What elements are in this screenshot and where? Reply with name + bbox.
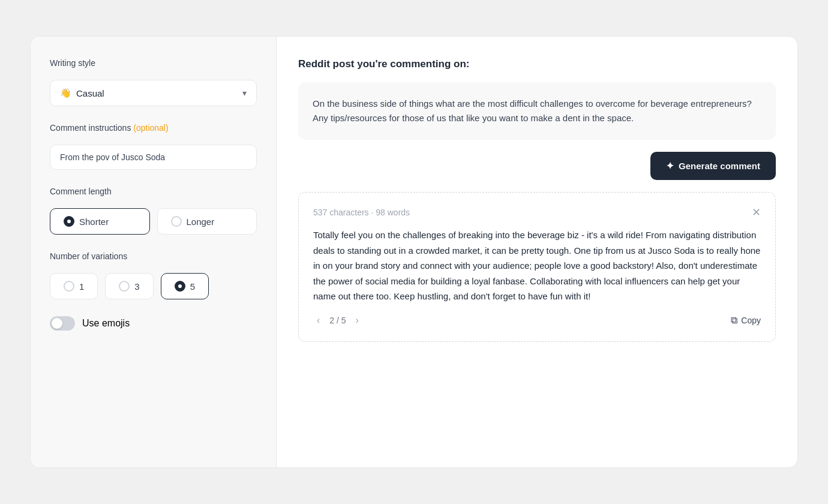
result-meta: 537 characters · 98 words <box>313 208 410 217</box>
generate-comment-button[interactable]: ✦ Generate comment <box>650 152 776 180</box>
emojis-toggle-row: Use emojis <box>50 316 257 331</box>
result-footer: ‹ 2 / 5 › ⧉ Copy <box>313 314 761 327</box>
variation-option-3[interactable]: 3 <box>105 273 153 299</box>
radio-circle-longer <box>171 216 182 227</box>
length-section: Comment length Shorter Longer <box>50 187 257 235</box>
style-value: Casual <box>76 88 104 98</box>
instructions-label: Comment instructions (optional) <box>50 123 257 133</box>
reddit-post-box: On the business side of things what are … <box>298 82 776 140</box>
instructions-section: Comment instructions (optional) <box>50 123 257 170</box>
radio-circle-1 <box>64 281 74 292</box>
radio-circle-3 <box>119 281 130 292</box>
variations-section: Number of variations 1 3 5 <box>50 251 257 299</box>
radio-circle-shorter <box>64 216 74 227</box>
length-radio-group: Shorter Longer <box>50 208 257 235</box>
writing-style-label: Writing style <box>50 58 257 68</box>
main-card: Writing style 👋 Casual ▾ Comment instruc… <box>30 36 798 468</box>
post-label: Reddit post you're commenting on: <box>298 58 776 70</box>
right-panel: Reddit post you're commenting on: On the… <box>277 37 797 467</box>
left-panel: Writing style 👋 Casual ▾ Comment instruc… <box>31 37 277 467</box>
variation-option-5[interactable]: 5 <box>161 273 209 299</box>
sparkle-icon: ✦ <box>666 160 674 172</box>
length-shorter-label: Shorter <box>79 217 109 227</box>
page-indicator: 2 / 5 <box>329 316 346 325</box>
prev-page-button[interactable]: ‹ <box>313 314 323 327</box>
variation-option-1[interactable]: 1 <box>50 273 98 299</box>
optional-tag: (optional) <box>133 123 168 133</box>
variation-3-label: 3 <box>134 281 139 292</box>
result-card: 537 characters · 98 words ✕ Totally feel… <box>298 192 776 342</box>
variations-group: 1 3 5 <box>50 273 257 299</box>
copy-label: Copy <box>741 316 761 325</box>
style-emoji: 👋 <box>60 88 71 98</box>
pagination: ‹ 2 / 5 › <box>313 314 362 327</box>
length-option-longer[interactable]: Longer <box>157 208 257 235</box>
variation-5-label: 5 <box>190 281 195 292</box>
length-longer-label: Longer <box>187 217 215 227</box>
close-result-button[interactable]: ✕ <box>752 207 761 218</box>
length-option-shorter[interactable]: Shorter <box>50 208 150 235</box>
radio-circle-5 <box>175 281 185 292</box>
emojis-label: Use emojis <box>82 318 130 329</box>
copy-icon: ⧉ <box>731 315 737 326</box>
length-label: Comment length <box>50 187 257 196</box>
generate-label: Generate comment <box>679 161 760 171</box>
chevron-down-icon: ▾ <box>242 88 247 98</box>
post-text: On the business side of things what are … <box>313 98 752 123</box>
result-text: Totally feel you on the challenges of br… <box>313 227 761 304</box>
toggle-knob <box>52 318 62 329</box>
instructions-input[interactable] <box>50 145 257 170</box>
writing-style-section: Writing style 👋 Casual ▾ <box>50 58 257 106</box>
emojis-toggle[interactable] <box>50 316 75 331</box>
copy-button[interactable]: ⧉ Copy <box>731 315 761 326</box>
writing-style-dropdown[interactable]: 👋 Casual ▾ <box>50 80 257 106</box>
variations-label: Number of variations <box>50 251 257 261</box>
result-header: 537 characters · 98 words ✕ <box>313 207 761 218</box>
instructions-label-text: Comment instructions <box>50 123 133 133</box>
next-page-button[interactable]: › <box>352 314 362 327</box>
variation-1-label: 1 <box>79 281 84 292</box>
